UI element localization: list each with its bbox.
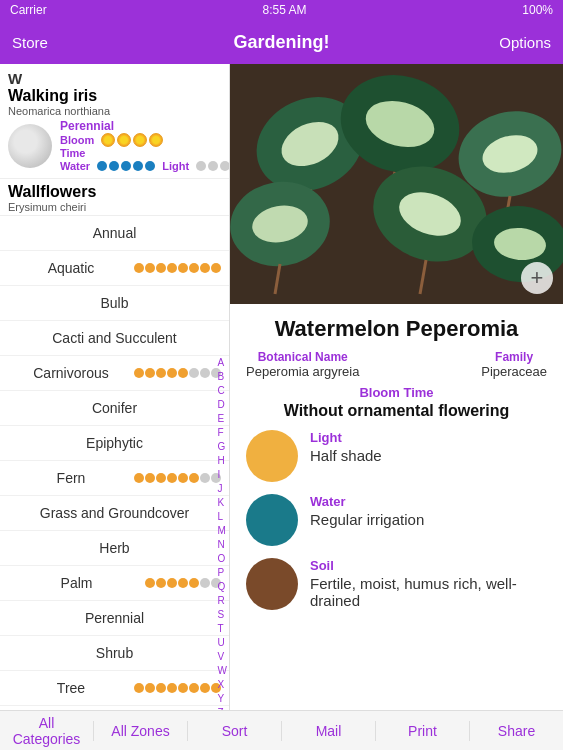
alpha-A[interactable]: A	[218, 356, 227, 369]
add-plant-button[interactable]: +	[521, 262, 553, 294]
bloom-time-value: Without ornamental flowering	[246, 402, 547, 420]
category-item-bulb[interactable]: Bulb	[0, 286, 229, 321]
dot	[134, 473, 144, 483]
light-dot-2	[208, 161, 218, 171]
dot	[178, 683, 188, 693]
dot	[189, 683, 199, 693]
light-content: Light Half shade	[310, 430, 547, 464]
tab-all-categories[interactable]: All Categories	[0, 707, 93, 751]
category-item-shrub[interactable]: Shrub	[0, 636, 229, 671]
light-detail: Light Half shade	[246, 430, 547, 482]
plant-title: Watermelon Peperomia	[246, 316, 547, 342]
light-value: Half shade	[310, 447, 547, 464]
category-item-vegetable[interactable]: Vegetable, Fruit	[0, 706, 229, 710]
featured-plant-image	[8, 124, 52, 168]
family-value: Piperaceae	[481, 364, 547, 379]
alpha-I[interactable]: I	[218, 468, 227, 481]
plant-type-label: Perennial	[60, 119, 230, 133]
carnivorous-indicators	[134, 368, 221, 378]
light-label: Light	[162, 160, 189, 172]
dot	[200, 473, 210, 483]
light-type: Light	[310, 430, 547, 445]
alpha-B[interactable]: B	[218, 370, 227, 383]
store-button[interactable]: Store	[12, 34, 72, 51]
dot	[167, 473, 177, 483]
tab-bar: All Categories All Zones Sort Mail Print…	[0, 710, 563, 750]
dot	[145, 368, 155, 378]
alpha-P[interactable]: P	[218, 566, 227, 579]
featured-plant-details: Perennial Bloom Time Water	[60, 119, 230, 172]
alpha-M[interactable]: M	[218, 524, 227, 537]
main-layout: W Walking iris Neomarica northiana Peren…	[0, 64, 563, 710]
tab-sort[interactable]: Sort	[188, 715, 281, 747]
tab-share[interactable]: Share	[470, 715, 563, 747]
alpha-W[interactable]: W	[218, 664, 227, 677]
options-button[interactable]: Options	[491, 34, 551, 51]
category-item-tree[interactable]: Tree	[0, 671, 229, 706]
dot	[178, 263, 188, 273]
featured-sci-name: Neomarica northiana	[8, 105, 221, 117]
category-item-aquatic[interactable]: Aquatic	[0, 251, 229, 286]
alpha-H[interactable]: H	[218, 454, 227, 467]
tab-all-zones[interactable]: All Zones	[94, 715, 187, 747]
category-item-perennial[interactable]: Perennial	[0, 601, 229, 636]
water-value: Regular irrigation	[310, 511, 547, 528]
category-item-carnivorous[interactable]: Carnivorous	[0, 356, 229, 391]
dot	[156, 263, 166, 273]
category-item-fern[interactable]: Fern	[0, 461, 229, 496]
category-item-grass[interactable]: Grass and Groundcover	[0, 496, 229, 531]
dot	[167, 578, 177, 588]
alpha-L[interactable]: L	[218, 510, 227, 523]
alpha-O[interactable]: O	[218, 552, 227, 565]
water-detail: Water Regular irrigation	[246, 494, 547, 546]
dot	[156, 683, 166, 693]
soil-circle	[246, 558, 298, 610]
dot	[178, 368, 188, 378]
alpha-J[interactable]: J	[218, 482, 227, 495]
featured-plant-card[interactable]: W Walking iris Neomarica northiana Peren…	[0, 64, 229, 179]
alpha-D[interactable]: D	[218, 398, 227, 411]
app-title: Gardening!	[72, 32, 491, 53]
plant-image: +	[230, 64, 563, 304]
dot	[178, 473, 188, 483]
water-type: Water	[310, 494, 547, 509]
alpha-G[interactable]: G	[218, 440, 227, 453]
water-dot-2	[109, 161, 119, 171]
battery-label: 100%	[522, 3, 553, 17]
alpha-X[interactable]: X	[218, 678, 227, 691]
alpha-N[interactable]: N	[218, 538, 227, 551]
alpha-S[interactable]: S	[218, 608, 227, 621]
dot	[167, 368, 177, 378]
alpha-U[interactable]: U	[218, 636, 227, 649]
category-item-conifer[interactable]: Conifer	[0, 391, 229, 426]
alpha-E[interactable]: E	[218, 412, 227, 425]
botanical-label: Botanical Name	[246, 350, 359, 364]
alphabet-index: A B C D E F G H I J K L M N O P Q R S T	[218, 356, 227, 710]
category-item-cacti[interactable]: Cacti and Succulent	[0, 321, 229, 356]
tab-print[interactable]: Print	[376, 715, 469, 747]
category-item-herb[interactable]: Herb	[0, 531, 229, 566]
dot	[200, 578, 210, 588]
soil-detail: Soil Fertile, moist, humus rich, well-dr…	[246, 558, 547, 610]
alpha-Z[interactable]: Z	[218, 706, 227, 710]
water-circle	[246, 494, 298, 546]
dot	[145, 578, 155, 588]
alpha-Y[interactable]: Y	[218, 692, 227, 705]
alpha-Q[interactable]: Q	[218, 580, 227, 593]
category-item-annual[interactable]: Annual	[0, 216, 229, 251]
dot	[189, 473, 199, 483]
alpha-K[interactable]: K	[218, 496, 227, 509]
nav-bar: Store Gardening! Options	[0, 20, 563, 64]
alpha-T[interactable]: T	[218, 622, 227, 635]
category-item-epiphytic[interactable]: Epiphytic	[0, 426, 229, 461]
wallflowers-section[interactable]: Wallflowers Erysimum cheiri	[0, 179, 229, 216]
sun-icon-2	[117, 133, 131, 147]
category-item-palm[interactable]: Palm	[0, 566, 229, 601]
alpha-R[interactable]: R	[218, 594, 227, 607]
dot	[167, 683, 177, 693]
alpha-V[interactable]: V	[218, 650, 227, 663]
alpha-C[interactable]: C	[218, 384, 227, 397]
light-circle	[246, 430, 298, 482]
alpha-F[interactable]: F	[218, 426, 227, 439]
tab-mail[interactable]: Mail	[282, 715, 375, 747]
